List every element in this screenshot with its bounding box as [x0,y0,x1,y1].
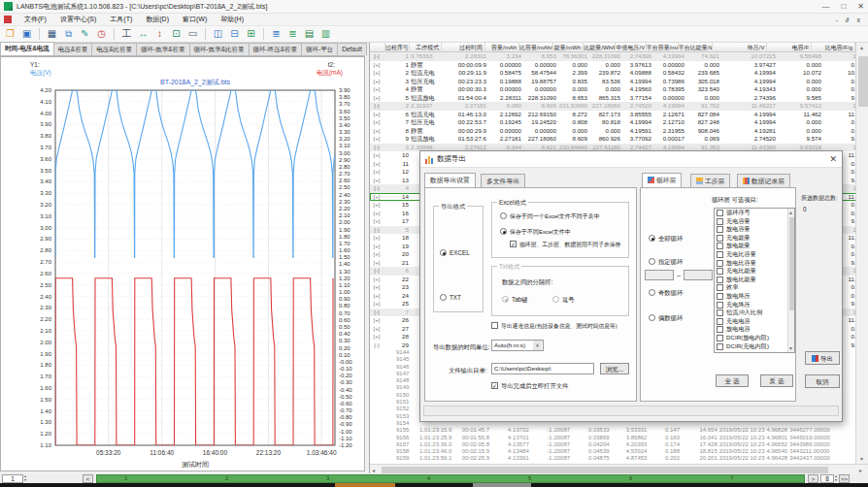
save-icon[interactable]: ▣ [19,27,34,41]
chart-tab-4[interactable]: 循环-效率&比容量 [189,43,250,55]
list-item[interactable]: 充电容量 [715,217,794,226]
same-file-radio[interactable] [500,212,507,219]
split-vertical-icon[interactable]: ◫ [211,27,225,41]
export-button[interactable]: 导出 [805,351,840,365]
output-dir-input[interactable]: C:\Users\pc\Desktop\ [491,363,594,374]
range-cycles-radio[interactable] [649,258,655,265]
odd-cycles-label[interactable]: 奇数循环 [658,289,683,298]
vertical-scrollbar[interactable]: ▴ ▾ [855,43,868,464]
list-item[interactable]: DCIR(充电内阻) [715,342,794,351]
record-row[interactable]: 91561.01:23:25.900:01:55.84.13701-1.2008… [370,435,855,441]
column-header[interactable]: 电容/F [767,43,812,52]
odd-cycles-radio[interactable] [649,289,655,296]
excel-radio[interactable] [440,249,447,256]
excel-radio-label[interactable]: EXCEL [450,249,470,256]
list-item[interactable]: DCIR(放电内阻) [715,334,794,342]
item-checkbox[interactable] [717,326,723,333]
column-header[interactable]: 过程时间 [442,43,485,52]
detail-view-icon[interactable]: ≣ [285,27,300,41]
list-view-icon[interactable]: ≣ [269,27,284,41]
cascade-window-icon[interactable]: ⊞ [244,27,258,41]
item-checkbox[interactable] [717,335,723,341]
channel-info-checkbox[interactable] [491,322,498,329]
record-row[interactable]: 91551.01:23:15.900:01:45.74.13732-1.2008… [370,427,855,434]
record-row[interactable]: 91571.01:23:36.000:02:05.84.13577-1.2008… [370,441,855,448]
chart-tab-2[interactable]: 电压&比容量 [91,43,137,55]
browse-button[interactable]: 浏览... [600,363,629,374]
menu-item[interactable]: 设置中心(S) [53,16,103,22]
list-item[interactable]: 充电能量 [715,234,794,243]
list-item[interactable]: 充电比容量 [715,250,794,259]
chart-tab-0[interactable]: 时间-电压&电流 [0,42,54,55]
list-item[interactable]: 放电比容量 [715,259,794,268]
page-last-button[interactable]: >> [839,474,850,483]
tab-record-layer[interactable]: 数据记录层 [737,174,790,188]
list-item[interactable]: 效率 [715,283,794,292]
grid-view-icon[interactable]: ▥ [318,27,333,41]
item-checkbox[interactable] [717,268,723,275]
open-after-checkbox[interactable]: ✓ [491,382,498,389]
step-row[interactable]: [+]9恒流放电01:53:27.62.27181227.180608.6098… [370,135,855,144]
time-unit-select[interactable]: Auto(h:m:s) ▾ [491,340,544,351]
step-row[interactable]: [+]3恒压充电00:23:23.30.1988819.887570.83583… [370,78,855,86]
edit-chart-icon[interactable]: ✎ [78,27,92,41]
item-checkbox[interactable] [717,218,723,225]
horizontal-scroll-thumb[interactable] [382,467,828,473]
page-progress-bar[interactable]: 1234567 [96,474,805,483]
zoom-region-icon[interactable]: ⊡ [169,27,184,41]
page-next-button[interactable]: > [808,474,818,483]
column-header[interactable]: 能量/mWh [553,43,584,52]
open-file-icon[interactable]: ❒ [3,27,17,41]
list-item[interactable]: 恒流冲入比例 [715,308,794,317]
subsheet-checkbox-label[interactable]: 循环层、工步层、数据层用不同子表保存 [519,241,620,249]
fit-height-icon[interactable]: ↕ [152,27,167,41]
list-item[interactable]: 放电能量 [715,242,794,250]
item-checkbox[interactable] [717,210,723,216]
chart-tab-3[interactable]: 循环-效率&容量 [136,43,190,55]
item-checkbox[interactable] [717,318,723,325]
dialog-title-bar[interactable]: 数据导出 ✕ [420,151,842,168]
maximize-button[interactable]: □ [841,2,846,11]
page-number-spinner[interactable]: 8 [820,474,834,483]
column-header[interactable]: 平台比能量/W [679,43,713,52]
chart-tab-5[interactable]: 循环-终压&容量 [249,43,303,55]
subsheet-checkbox[interactable]: ✓ [510,241,517,247]
column-header[interactable] [370,43,385,52]
select-all-button[interactable]: 全 选 [716,374,749,387]
item-checkbox[interactable] [717,284,723,291]
item-checkbox[interactable] [717,343,723,350]
chart-tab-1[interactable]: 电压&容量 [53,43,92,55]
comma-separator-radio[interactable] [552,296,559,303]
txt-radio[interactable] [440,294,447,301]
chart-tab-6[interactable]: 循环-平台 [301,43,338,55]
mdi-restore-button[interactable]: ∂ [846,16,849,23]
item-checkbox[interactable] [717,260,723,267]
split-horizontal-icon[interactable]: ⊟ [227,27,242,41]
list-item[interactable]: 循环序号 [715,209,794,217]
minimize-button[interactable]: — [821,2,829,11]
list-scroll-down-icon[interactable]: ▾ [789,344,792,351]
diff-file-radio[interactable] [500,228,507,235]
zoom-box-icon[interactable]: ▭ [185,27,200,41]
menu-item[interactable]: 数据(D) [139,16,176,22]
copy-data-icon[interactable]: ⧉ [61,27,76,41]
list-item[interactable]: 放电电容 [715,325,794,334]
mdi-minimize-button[interactable]: - [836,16,838,23]
mdi-close-button[interactable]: x [857,16,861,23]
range-start-input[interactable] [645,270,674,280]
cycle-group-row[interactable]: [-]22.319372.271819.0808.609231.93660227… [370,102,855,111]
item-checkbox[interactable] [717,302,723,308]
scroll-right-icon[interactable]: ▸ [859,467,862,473]
item-checkbox[interactable] [717,251,723,258]
channel-info-label[interactable]: 导出通道信息(包括设备信息、测试时间信息等) [501,322,618,331]
page-prev-button[interactable]: < [83,474,93,483]
fit-horizontal-icon[interactable]: 工 [119,27,134,41]
chevron-down-icon[interactable]: ▾ [533,341,542,350]
step-row[interactable]: [+]5恒流放电01:54:00.42.28311228.310908.6538… [370,94,855,103]
list-item[interactable]: 充电电容 [715,317,794,326]
chart-tab-7[interactable]: Default [337,43,367,55]
menu-item[interactable]: 帮助(H) [214,16,250,22]
item-checkbox[interactable] [717,293,723,300]
range-cycles-label[interactable]: 指定循环 [658,258,683,267]
step-row[interactable]: [+]2恒流充电00:29:11.90.5847558.475442.39923… [370,69,855,78]
